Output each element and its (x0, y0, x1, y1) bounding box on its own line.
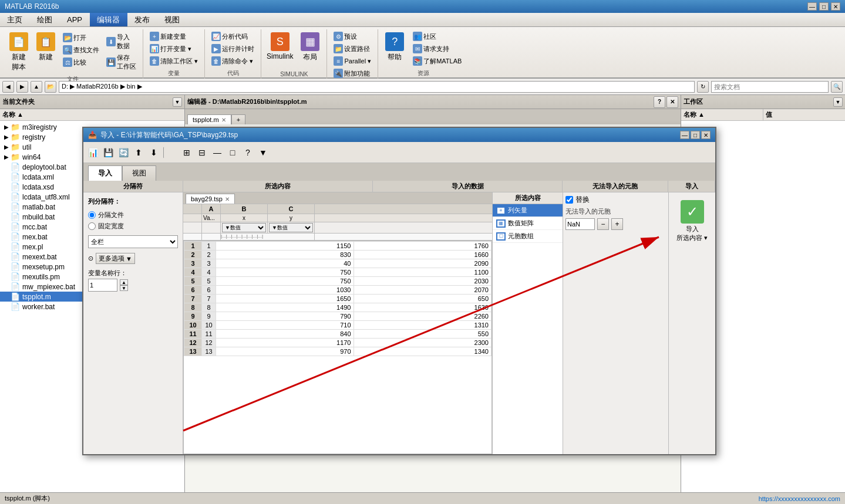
btn-help[interactable]: ? 帮助 (382, 31, 408, 67)
separator-label: 列分隔符： (88, 197, 178, 206)
editor-tab-add[interactable]: + (231, 114, 245, 124)
dialog-toolbar-icon3[interactable]: 🔄 (116, 146, 130, 160)
btn-parallel[interactable]: ≡ Parallel ▾ (331, 55, 374, 67)
btn-save-workspace[interactable]: 💾 保存工作区 (103, 52, 139, 72)
menu-editor[interactable]: 编辑器 (90, 13, 127, 26)
btn-new[interactable]: 📋 新建 (33, 31, 59, 64)
right-panel-title: 工作区 (684, 97, 703, 106)
var-matrix-label: 数值矩阵 (508, 219, 534, 228)
varname-down-btn[interactable]: ▼ (120, 285, 128, 291)
var-item-vector[interactable]: ≡ 列矢量 (493, 204, 563, 217)
btn-import[interactable]: ⬇ 导入数据 (103, 32, 139, 52)
col-a-cell: 10 (202, 321, 216, 330)
import-action-panel: ✓ 导入所选内容 ▾ (668, 192, 715, 454)
var-item-matrix[interactable]: ▦ 数值矩阵 (493, 217, 563, 230)
menu-plot[interactable]: 绘图 (30, 13, 60, 26)
data-grid-wrapper[interactable]: 1 1 1150 1760 2 2 830 1660 3 3 40 2090 4… (183, 241, 492, 454)
btn-addon[interactable]: 🔌 附加功能 (331, 67, 374, 79)
refresh-btn[interactable]: ↻ (697, 81, 709, 93)
btn-find-file[interactable]: 🔍 查找文件 (60, 44, 102, 56)
dialog-tab-import[interactable]: 导入 (88, 165, 122, 181)
nav-back-btn[interactable]: ◀ (2, 81, 14, 93)
more-options-btn[interactable]: 更多选项 ▼ (96, 253, 135, 264)
col-b-type-select[interactable]: ▼数值 (222, 223, 266, 232)
dialog-tab-view[interactable]: 视图 (122, 165, 156, 181)
right-panel-menu-btn[interactable]: ▼ (833, 97, 843, 107)
menu-home[interactable]: 主页 (0, 13, 30, 26)
btn-clear-workspace[interactable]: 🗑 清除工作区 ▾ (147, 55, 201, 67)
btn-set-path[interactable]: 📁 设置路径 (331, 43, 374, 55)
dialog-close-btn[interactable]: ✕ (701, 131, 711, 139)
dialog-toolbar-icon7[interactable]: ⊟ (195, 146, 209, 160)
search-btn[interactable]: 🔍 (831, 81, 843, 93)
col-b-header: B (221, 204, 268, 214)
search-input[interactable] (711, 81, 829, 93)
data-file-tab[interactable]: bayg29.tsp ✕ (186, 194, 235, 204)
dialog-minimize-btn[interactable]: — (680, 131, 689, 139)
varname-up-btn[interactable]: ▲ (120, 279, 128, 285)
editor-close-btn[interactable]: ✕ (666, 96, 678, 108)
right-panel-header: 工作区 ▼ (681, 95, 845, 109)
dialog-toolbar-icon10[interactable]: ? (241, 146, 255, 160)
btn-learn-matlab[interactable]: 📚 了解MATLAB (410, 55, 464, 67)
separator-select[interactable]: 全栏 (88, 235, 178, 248)
dialog-toolbar-icon11[interactable]: ▼ (256, 146, 270, 160)
nan-plus-btn[interactable]: + (611, 218, 623, 230)
dialog-toolbar-icon5[interactable]: ⬇ (147, 146, 161, 160)
varname-row-input[interactable] (88, 279, 117, 292)
toolbar-group-code: 📈 分析代码 ▶ 运行并计时 🗑 清除命令 ▾ 代码 (205, 29, 261, 79)
btn-open[interactable]: 📂 打开 (60, 32, 102, 43)
btn-request-support[interactable]: ✉ 请求支持 (410, 43, 464, 55)
var-list: ≡ 列矢量 ▦ 数值矩阵 ☐ 元胞数组 (493, 204, 563, 454)
btn-preferences[interactable]: ⚙ 预设 (331, 31, 374, 42)
nan-minus-btn[interactable]: − (597, 218, 609, 230)
maximize-btn[interactable]: □ (819, 2, 829, 11)
dialog-tabs: 导入 视图 (83, 163, 715, 181)
btn-layout[interactable]: ▦ 布局 (297, 31, 323, 64)
tab-close-icon[interactable]: ✕ (221, 117, 226, 123)
dialog-toolbar-icon6[interactable]: ⊞ (180, 146, 194, 160)
editor-tab-tspplot[interactable]: tspplot.m ✕ (187, 114, 231, 124)
nav-up-btn[interactable]: ▲ (31, 81, 42, 93)
import-selected-btn[interactable]: ✓ 导入所选内容 ▾ (674, 197, 711, 245)
btn-new-script[interactable]: 📄 新建脚本 (6, 31, 32, 74)
nan-value-input[interactable] (565, 218, 595, 230)
file-icon: 📄 (11, 172, 20, 181)
save-workspace-icon: 💾 (106, 57, 116, 67)
dialog-toolbar-icon8[interactable]: — (210, 146, 224, 160)
dialog-toolbar-icon9[interactable]: □ (225, 146, 240, 160)
dialog-toolbar-icon4[interactable]: ⬆ (132, 146, 146, 160)
col-a-cell: 13 (202, 347, 216, 356)
data-file-tab-close[interactable]: ✕ (225, 196, 230, 202)
menu-view[interactable]: 视图 (157, 13, 187, 26)
replace-checkbox[interactable] (565, 196, 573, 204)
col-c-type-select[interactable]: ▼数值 (269, 223, 313, 232)
toolbar-group-simulink-label: SIMULINK (280, 70, 308, 77)
btn-clear-cmd[interactable]: 🗑 清除命令 ▾ (208, 55, 257, 67)
radio-fixed-input[interactable] (88, 222, 96, 230)
nav-forward-btn[interactable]: ▶ (16, 81, 28, 93)
btn-run-time[interactable]: ▶ 运行并计时 (208, 43, 257, 55)
dialog-toolbar-icon1[interactable]: 📊 (86, 146, 100, 160)
nav-browse-btn[interactable]: 📂 (45, 81, 56, 93)
editor-help-btn[interactable]: ? (654, 96, 665, 108)
minimize-btn[interactable]: — (807, 2, 817, 11)
radio-delimited-input[interactable] (88, 211, 96, 219)
var-item-cell[interactable]: ☐ 元胞数组 (493, 230, 563, 243)
btn-new-var[interactable]: + 新建变量 (147, 31, 201, 42)
menu-app[interactable]: APP (60, 13, 90, 26)
btn-community[interactable]: 👥 社区 (410, 31, 464, 42)
toolbar-group-resources: ? 帮助 👥 社区 ✉ 请求支持 📚 了解MATLAB (378, 29, 468, 79)
btn-simulink[interactable]: S Simulink (265, 31, 295, 62)
col-c-cell: 550 (354, 330, 491, 339)
dialog-maximize-btn[interactable]: □ (691, 131, 700, 139)
left-panel-menu-btn[interactable]: ▼ (173, 97, 182, 107)
btn-compare[interactable]: ⚖ 比较 (60, 56, 102, 68)
dialog-toolbar-icon2[interactable]: 💾 (101, 146, 115, 160)
menu-publish[interactable]: 发布 (127, 13, 157, 26)
toolbar-group-env: ⚙ 预设 📁 设置路径 ≡ Parallel ▾ 🔌 附加功能 环境 (327, 29, 378, 79)
col-a-cell: 3 (202, 259, 216, 268)
close-btn[interactable]: ✕ (831, 2, 840, 11)
btn-analyze-code[interactable]: 📈 分析代码 (208, 31, 257, 42)
btn-open-var[interactable]: 📊 打开变量 ▾ (147, 43, 201, 55)
